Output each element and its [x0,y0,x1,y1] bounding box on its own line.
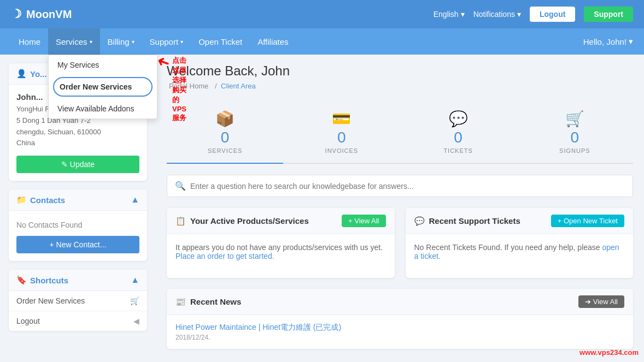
brand: ☽ MoonVM [11,7,72,21]
main-area: Welcome Back, John Portal Home / Client … [156,55,644,358]
shortcut-item-order[interactable]: Order New Services 🛒 [9,291,147,311]
folder-icon: 📁 [16,195,27,205]
bookmark-icon: 🔖 [16,275,27,285]
news-view-all-button[interactable]: ➔ View All [578,295,624,308]
main-nav-items: Home Services ▾ My Services Order New Se… [11,28,296,55]
open-ticket-button[interactable]: + Open New Ticket [551,215,624,227]
products-view-all-button[interactable]: + View All [342,215,386,227]
notifications-button[interactable]: Notifications ▾ [473,10,521,19]
tickets-card: 💬 Recent Support Tickets + Open New Tick… [406,208,634,278]
chevron-down-icon: ▾ [180,39,183,45]
products-card-title: 📋 Your Active Products/Services [175,216,309,226]
logout-button[interactable]: Logout [530,7,575,22]
chevron-down-icon: ▾ [461,10,465,19]
breadcrumb: Portal Home / Client Area [167,82,633,90]
search-bar: 🔍 [167,175,633,197]
brand-name: MoonVM [26,8,72,21]
contacts-card-title: 📁 Contacts [16,195,65,205]
no-contacts-text: No Contacts Found [16,218,139,234]
breadcrumb-separator: / [215,82,219,90]
stat-invoices[interactable]: 💳 0 INVOICES [283,101,400,163]
nav-item-services[interactable]: Services ▾ My Services Order New Service… [48,28,100,55]
chevron-down-icon: ▾ [90,39,92,45]
stat-tickets[interactable]: 💬 0 TICKETS [400,101,517,163]
cart-icon: 🛒 [130,296,139,305]
signups-icon: 🛒 [522,110,628,128]
nav-item-open-ticket[interactable]: Open Ticket [191,28,250,55]
user-icon: 👤 [16,69,27,79]
chevron-down-icon: ▾ [629,37,633,46]
language-button[interactable]: English ▾ [434,10,465,19]
tickets-card-title: 💬 Recent Support Tickets [414,216,520,226]
tickets-card-body: No Recent Tickets Found. If you need any… [406,234,634,278]
services-count: 0 [172,130,278,145]
invoices-icon: 💳 [289,110,394,128]
invoices-count: 0 [289,130,394,145]
contacts-card: 📁 Contacts ▲ No Contacts Found + New Con… [9,189,147,261]
services-dropdown: My Services Order New Services View Avai… [48,55,157,119]
top-navbar: ☽ MoonVM English ▾ Notifications ▾ Logou… [0,0,644,28]
products-card: 📋 Your Active Products/Services + View A… [167,208,395,278]
update-button[interactable]: ✎ Update [16,156,139,173]
nav-item-billing[interactable]: Billing ▾ [100,28,142,55]
news-body: Hinet Power Maintaince | Hinet電力維護 (已完成)… [167,315,633,349]
dropdown-item-my-services[interactable]: My Services [49,55,157,75]
services-label: SERVICES [172,147,278,154]
chevron-down-icon: ▾ [132,39,134,45]
dropdown-item-addons[interactable]: View Available Addons [49,99,157,118]
news-card: 📰 Recent News ➔ View All Hinet Power Mai… [167,289,633,349]
nav-item-home[interactable]: Home [11,28,48,55]
stats-row: 📦 0 SERVICES 💳 0 INVOICES 💬 0 TICKETS 🛒 … [167,101,633,164]
shortcuts-list: Order New Services 🛒 Logout ◀ [9,291,147,331]
support-button[interactable]: Support [584,7,633,22]
brand-icon: ☽ [11,7,22,21]
products-card-header: 📋 Your Active Products/Services + View A… [167,208,395,234]
shortcuts-card-header: 🔖 Shortcuts ▲ [9,270,147,291]
tickets-count: 0 [406,130,511,145]
tickets-icon: 💬 [406,110,511,128]
news-item-link[interactable]: Hinet Power Maintaince | Hinet電力維護 (已完成) [175,323,341,331]
invoices-label: INVOICES [289,147,394,154]
dropdown-item-order-new[interactable]: Order New Services [53,77,153,97]
contacts-card-body: No Contacts Found + New Contact... [9,211,147,261]
signups-label: SIGNUPS [522,147,628,154]
shortcuts-card: 🔖 Shortcuts ▲ Order New Services 🛒 Logou… [9,270,147,331]
search-icon: 🔍 [175,181,186,191]
signups-count: 0 [522,130,628,145]
shortcuts-card-title: 🔖 Shortcuts [16,275,68,285]
collapse-shortcuts-icon[interactable]: ▲ [131,275,139,285]
stat-signups[interactable]: 🛒 0 SIGNUPS [517,101,633,163]
user-menu[interactable]: Hello, John! ▾ [583,37,633,46]
news-item-date: 2018/12/24. [175,334,624,341]
contacts-card-header: 📁 Contacts ▲ [9,189,147,211]
logout-icon: ◀ [133,317,139,325]
page-title: Welcome Back, John [167,63,633,79]
search-input[interactable] [190,182,625,191]
news-icon: 📰 [175,297,186,307]
profile-card-title: 👤 Yo... [16,69,47,79]
collapse-contacts-icon[interactable]: ▲ [131,195,139,205]
nav-item-support[interactable]: Support ▾ [142,28,191,55]
main-nav: Home Services ▾ My Services Order New Se… [0,28,644,55]
tickets-label: TICKETS [406,147,511,154]
breadcrumb-current[interactable]: Client Area [221,82,256,90]
shortcut-item-logout[interactable]: Logout ◀ [9,311,147,331]
tickets-card-header: 💬 Recent Support Tickets + Open New Tick… [406,208,634,234]
tickets-card-icon: 💬 [414,216,425,226]
nav-item-affiliates[interactable]: Affiliates [250,28,296,55]
stat-services[interactable]: 📦 0 SERVICES [167,101,283,163]
products-card-body: It appears you do not have any products/… [167,234,395,278]
place-order-link[interactable]: Place an order to get started. [175,252,274,260]
breadcrumb-home: Portal Home [169,82,208,90]
cards-row: 📋 Your Active Products/Services + View A… [167,208,633,278]
news-card-header: 📰 Recent News ➔ View All [167,289,633,315]
services-icon: 📦 [172,110,278,128]
top-navbar-right: English ▾ Notifications ▾ Logout Support [434,7,633,22]
products-icon: 📋 [175,216,186,226]
chevron-down-icon: ▾ [517,10,521,19]
new-contact-button[interactable]: + New Contact... [16,236,139,253]
news-card-title: 📰 Recent News [175,297,241,307]
